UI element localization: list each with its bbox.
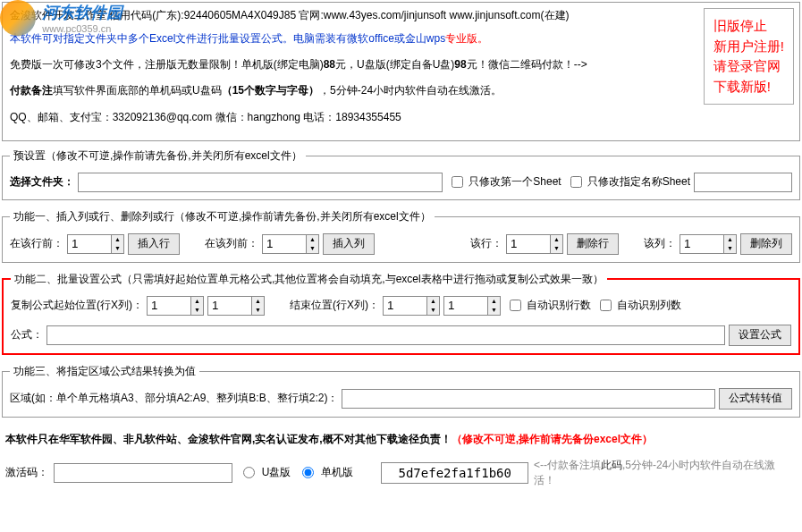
func3-legend: 功能三、将指定区域公式结果转换为值 [10, 364, 199, 379]
intro-line: 本软件可对指定文件夹中多个Excel文件进行批量设置公式。电脑需装有微软offi… [10, 30, 792, 47]
notice-l1: 旧版停止 [713, 16, 784, 37]
folder-input[interactable] [78, 173, 443, 192]
notice-l4: 下载新版! [713, 77, 784, 97]
end-row-spinner[interactable]: ▲▼ [383, 296, 440, 316]
down-arrow-icon[interactable]: ▼ [112, 244, 123, 253]
preset-legend: 预设置（修改不可逆,操作前请先备份,并关闭所有excel文件） [10, 148, 306, 164]
pc-label: 单机版 [321, 465, 353, 480]
named-sheet-label: 只修改指定名称Sheet [587, 174, 690, 190]
sheet-name-input[interactable] [694, 173, 792, 192]
auto-col-checkbox[interactable] [600, 300, 612, 311]
end-pos-label: 结束位置(行X列)： [290, 298, 379, 313]
func1-section: 功能一、插入列或行、删除列或行（修改不可逆,操作前请先备份,并关闭所有excel… [2, 209, 800, 263]
contact-line: QQ、邮箱、支付宝：332092136@qq.com 微信：hangzhong … [10, 109, 792, 126]
convert-button[interactable]: 公式转转值 [719, 388, 792, 410]
delete-col-button[interactable]: 删除列 [740, 233, 792, 255]
before-row-spinner[interactable]: ▲▼ [67, 234, 124, 254]
activation-row: 激活码： U盘版 单机版 5d7efe2fa1f1b60 <--付款备注填此码,… [2, 456, 800, 490]
usb-label: U盘版 [262, 465, 291, 480]
usb-radio[interactable] [243, 467, 255, 478]
down-arrow-icon[interactable]: ▼ [551, 244, 562, 253]
the-row-label: 该行： [470, 236, 502, 251]
delete-row-button[interactable]: 删除行 [567, 233, 619, 255]
formula-label: 公式： [11, 327, 43, 342]
auto-col-label: 自动识别列数 [617, 298, 681, 313]
before-col-spinner[interactable]: ▲▼ [262, 234, 319, 254]
auto-row-label: 自动识别行数 [527, 298, 591, 313]
the-row-spinner[interactable]: ▲▼ [506, 234, 563, 254]
down-arrow-icon[interactable]: ▼ [252, 306, 264, 315]
start-col-spinner[interactable]: ▲▼ [207, 296, 265, 316]
notice-l2: 新用户注册! [713, 37, 784, 57]
the-col-spinner[interactable]: ▲▼ [680, 234, 737, 254]
activation-label: 激活码： [5, 465, 48, 480]
start-row-spinner[interactable]: ▲▼ [147, 296, 204, 316]
auto-row-checkbox[interactable] [510, 300, 521, 311]
activation-input[interactable] [54, 463, 232, 483]
up-arrow-icon[interactable]: ▲ [488, 297, 500, 306]
func1-legend: 功能一、插入列或行、删除列或行（修改不可逆,操作前请先备份,并关闭所有excel… [10, 209, 435, 224]
first-sheet-label: 只修改第一个Sheet [469, 174, 561, 190]
up-arrow-icon[interactable]: ▲ [724, 235, 736, 244]
company-line: 金浚软件开发工作室 信用代码(广东):92440605MA4X049J85 官网… [10, 8, 792, 23]
up-arrow-icon[interactable]: ▲ [551, 235, 562, 244]
first-sheet-checkbox[interactable] [452, 176, 463, 188]
up-arrow-icon[interactable]: ▲ [252, 297, 264, 306]
start-pos-label: 复制公式起始位置(行X列)： [11, 298, 143, 313]
down-arrow-icon[interactable]: ▼ [724, 244, 736, 253]
func2-section: 功能二、批量设置公式（只需填好起始位置单元格公式,其他位置将会自动填充,与exc… [2, 272, 800, 355]
up-arrow-icon[interactable]: ▲ [427, 297, 439, 306]
notice-box: 旧版停止 新用户注册! 请登录官网 下载新版! [704, 8, 794, 105]
down-arrow-icon[interactable]: ▼ [427, 306, 439, 315]
preset-section: 预设置（修改不可逆,操作前请先备份,并关闭所有excel文件） 选择文件夹： 只… [2, 148, 800, 200]
up-arrow-icon[interactable]: ▲ [191, 297, 203, 306]
before-row-label: 在该行前： [10, 236, 63, 251]
area-input[interactable] [342, 389, 715, 409]
formula-input[interactable] [46, 325, 725, 345]
set-formula-button[interactable]: 设置公式 [729, 325, 791, 346]
header-box: 旧版停止 新用户注册! 请登录官网 下载新版! 金浚软件开发工作室 信用代码(广… [2, 2, 800, 141]
down-arrow-icon[interactable]: ▼ [191, 306, 203, 315]
select-folder-label: 选择文件夹： [10, 174, 74, 190]
up-arrow-icon[interactable]: ▲ [307, 235, 318, 244]
down-arrow-icon[interactable]: ▼ [488, 306, 500, 315]
insert-col-button[interactable]: 插入列 [323, 233, 375, 255]
named-sheet-checkbox[interactable] [570, 176, 582, 188]
up-arrow-icon[interactable]: ▲ [112, 235, 123, 244]
pc-radio[interactable] [302, 467, 314, 478]
payment-line: 付款备注填写软件界面底部的单机码或U盘码（15个数字与字母），5分钟-24小时内… [10, 82, 792, 99]
footer-note: 本软件只在华军软件园、非凡软件站、金浚软件官网,实名认证发布,概不对其他下载途径… [5, 432, 800, 447]
before-col-label: 在该列前： [205, 236, 258, 251]
price-line: 免费版一次可修改3个文件，注册版无数量限制！单机版(绑定电脑)88元，U盘版(绑… [10, 56, 792, 73]
notice-l3: 请登录官网 [713, 56, 784, 77]
machine-code: 5d7efe2fa1f1b60 [381, 462, 528, 484]
activation-hint: <--付款备注填此码,5分钟-24小时内软件自动在线激活！ [534, 458, 797, 488]
func3-section: 功能三、将指定区域公式结果转换为值 区域(如：单个单元格填A3、部分填A2:A9… [2, 364, 800, 418]
func2-legend: 功能二、批量设置公式（只需填好起始位置单元格公式,其他位置将会自动填充,与exc… [11, 272, 607, 287]
insert-row-button[interactable]: 插入行 [128, 233, 180, 255]
end-col-spinner[interactable]: ▲▼ [443, 296, 501, 316]
the-col-label: 该列： [644, 236, 676, 251]
down-arrow-icon[interactable]: ▼ [307, 244, 318, 253]
area-label: 区域(如：单个单元格填A3、部分填A2:A9、整列填B:B、整行填2:2)： [10, 391, 338, 406]
